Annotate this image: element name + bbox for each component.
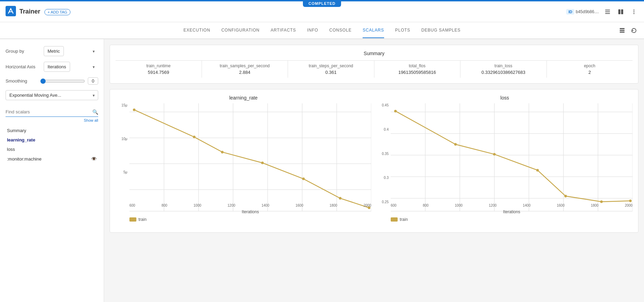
loss-chart-area: 0.45 0.4 0.35 0.3 0.25: [377, 103, 633, 214]
svg-point-44: [394, 110, 397, 112]
y-label-15mu: 15μ: [121, 103, 127, 107]
learning-rate-x-axis: 600 800 1000 1200 1400 1600 1800 2000: [129, 204, 371, 207]
page-title: Trainer: [19, 8, 40, 15]
loss-x-title: Iterations: [391, 209, 633, 214]
tab-info[interactable]: INFO: [307, 23, 318, 38]
summary-card: Summary train_runtime 5914.7569 train_sa…: [110, 45, 638, 84]
svg-point-46: [493, 153, 495, 155]
y-label-10mu: 10μ: [121, 137, 127, 141]
x-label-1000: 1000: [194, 204, 201, 207]
menu-button[interactable]: [629, 7, 638, 16]
ema-select[interactable]: Exponential Moving Ave...: [6, 90, 98, 100]
summary-col-flos-value: 196135059585816: [379, 70, 456, 75]
scalar-item-monitor-machine[interactable]: :monitor:machine 👁️: [6, 154, 98, 164]
group-by-select[interactable]: Metric None: [44, 46, 64, 56]
summary-col-samples-per-second: train_samples_per_second 2.884: [202, 61, 288, 78]
summary-title: Summary: [116, 51, 633, 56]
y-label-040: 0.4: [384, 128, 389, 131]
svg-point-27: [261, 162, 264, 164]
y-label-035: 0.35: [382, 152, 389, 156]
refresh-button[interactable]: [629, 26, 638, 35]
list-view-button[interactable]: [603, 7, 612, 16]
x-label-1200: 1200: [228, 204, 235, 207]
scalar-item-summary[interactable]: Summary: [6, 126, 98, 135]
svg-rect-10: [620, 30, 625, 31]
smoothing-slider[interactable]: [40, 78, 85, 84]
y-label-045: 0.45: [382, 103, 389, 107]
main-layout: Group by Metric None Horizontal Axis Ite…: [0, 39, 644, 302]
tab-debug-samples[interactable]: DEBUG SAMPLES: [421, 23, 460, 38]
svg-rect-4: [618, 9, 620, 14]
horizontal-axis-label: Horizontal Axis: [6, 64, 44, 69]
summary-col-samples-value: 2.884: [206, 70, 284, 75]
x-label-2000: 2000: [364, 204, 371, 207]
learning-rate-y-axis: 15μ 10μ 5μ: [116, 103, 129, 204]
summary-col-steps-per-second: train_steps_per_second 0.361: [288, 61, 374, 78]
svg-rect-1: [605, 10, 610, 10]
tab-scalars[interactable]: SCALARS: [363, 23, 384, 38]
summary-col-total-flos: total_flos 196135059585816: [374, 61, 461, 78]
top-status-bar: COMPLETED: [0, 0, 644, 1]
svg-rect-2: [605, 11, 610, 12]
id-label: ID: [566, 9, 574, 15]
scalar-item-monitor-machine-label: :monitor:machine: [7, 156, 42, 162]
x-label-800: 800: [161, 204, 167, 207]
status-badge: COMPLETED: [303, 0, 341, 7]
loss-x-label-800: 800: [423, 204, 429, 207]
svg-point-28: [302, 178, 305, 180]
svg-point-24: [133, 109, 135, 111]
tab-artifacts[interactable]: ARTIFACTS: [271, 23, 296, 38]
nav-tabs-right-icons: [618, 26, 638, 35]
svg-point-49: [600, 200, 603, 203]
eye-slash-icon: 👁️: [91, 156, 97, 162]
summary-col-epoch-label: epoch: [551, 63, 629, 68]
smoothing-row: Smoothing: [6, 77, 98, 85]
loss-x-label-1800: 1800: [591, 204, 599, 207]
loss-x-label-1200: 1200: [489, 204, 497, 207]
svg-point-7: [634, 11, 635, 12]
svg-rect-9: [620, 28, 625, 29]
svg-point-29: [339, 197, 341, 199]
summary-col-flos-label: total_flos: [379, 63, 456, 68]
x-label-600: 600: [129, 204, 135, 207]
svg-rect-3: [605, 13, 610, 14]
learning-rate-svg: [129, 103, 371, 220]
summary-col-epoch-value: 2: [551, 70, 629, 75]
summary-col-train-loss-label: train_loss: [465, 63, 542, 68]
svg-point-8: [634, 13, 635, 14]
add-tag-button[interactable]: + ADD TAG: [44, 9, 70, 15]
task-id: ID b45d9b86....: [566, 9, 599, 15]
summary-col-train-loss-value: 0.3329610386627683: [465, 70, 542, 75]
header-right: ID b45d9b86....: [566, 7, 638, 16]
loss-x-axis: 600 800 1000 1200 1400 1600 1800 2000: [391, 204, 633, 207]
horizontal-axis-select-wrapper: Iterations Time Epoch: [44, 62, 98, 72]
x-label-1400: 1400: [262, 204, 269, 207]
summary-col-epoch: epoch 2: [547, 61, 633, 78]
svg-point-26: [221, 151, 223, 153]
display-mode-button[interactable]: [618, 26, 627, 35]
search-icon: 🔍: [92, 109, 98, 115]
scalar-item-learning-rate[interactable]: learning_rate: [6, 135, 98, 145]
tab-execution[interactable]: EXECUTION: [184, 23, 210, 38]
tab-configuration[interactable]: CONFIGURATION: [221, 23, 260, 38]
svg-point-48: [564, 195, 567, 197]
y-label-025: 0.25: [382, 200, 389, 204]
search-input[interactable]: [6, 107, 92, 117]
svg-rect-11: [620, 32, 625, 33]
summary-col-steps-value: 0.361: [292, 70, 370, 75]
loss-chart-title: loss: [377, 95, 633, 101]
scalar-item-loss[interactable]: loss: [6, 145, 98, 154]
group-by-select-wrapper: Metric None: [44, 46, 98, 56]
tab-console[interactable]: CONSOLE: [329, 23, 351, 38]
scalar-list: Summary learning_rate loss :monitor:mach…: [6, 126, 98, 164]
x-label-1600: 1600: [296, 204, 303, 207]
loss-y-axis: 0.45 0.4 0.35 0.3 0.25: [377, 103, 391, 204]
search-row: 🔍: [6, 107, 98, 117]
horizontal-axis-select[interactable]: Iterations Time Epoch: [44, 62, 70, 72]
show-all-button[interactable]: Show all: [6, 118, 98, 122]
smoothing-value-input[interactable]: [88, 77, 98, 85]
svg-point-45: [454, 143, 457, 146]
svg-point-25: [193, 136, 195, 138]
split-view-button[interactable]: [616, 7, 625, 16]
tab-plots[interactable]: PLOTS: [395, 23, 410, 38]
